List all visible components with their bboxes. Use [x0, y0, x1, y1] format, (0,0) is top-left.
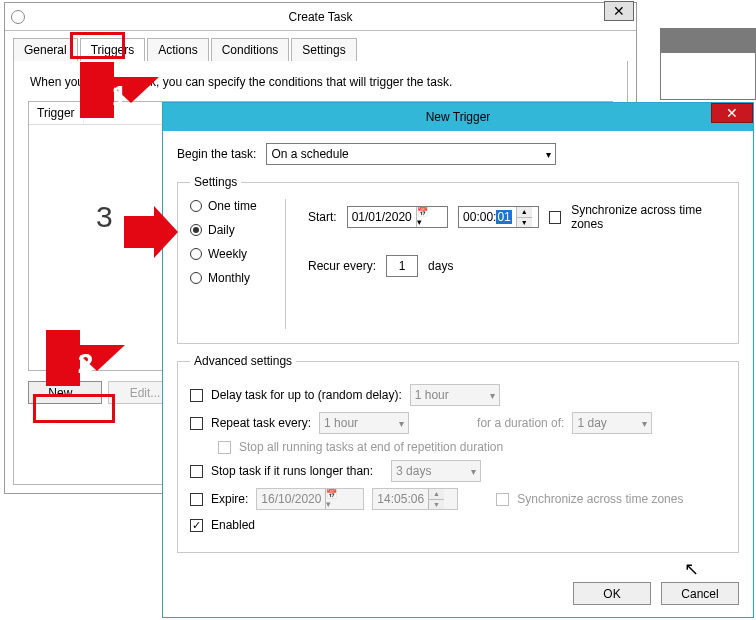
- chevron-down-icon: ▾: [484, 390, 495, 401]
- repeat-checkbox[interactable]: [190, 417, 203, 430]
- tab-conditions[interactable]: Conditions: [211, 38, 290, 62]
- calendar-icon: 📅▾: [325, 489, 341, 509]
- expire-date-input: 16/10/2020📅▾: [256, 488, 364, 510]
- duration-label: for a duration of:: [477, 416, 564, 430]
- annotation-arrow-1: 1: [80, 62, 159, 118]
- chevron-down-icon: ▾: [465, 466, 476, 477]
- stop-all-checkbox: [218, 441, 231, 454]
- start-date-input[interactable]: 01/01/2020 📅▾: [347, 206, 448, 228]
- annotation-arrow-3: [124, 216, 178, 258]
- recur-label: Recur every:: [308, 259, 376, 273]
- settings-legend: Settings: [190, 175, 241, 189]
- create-task-title: Create Task: [5, 10, 636, 24]
- stop-long-label: Stop task if it runs longer than:: [211, 464, 373, 478]
- create-task-titlebar: Create Task ✕: [5, 3, 636, 31]
- calendar-icon[interactable]: 📅▾: [416, 207, 432, 227]
- close-button[interactable]: ✕: [604, 1, 634, 21]
- new-trigger-titlebar: New Trigger ✕: [163, 103, 753, 131]
- stop-all-label: Stop all running tasks at end of repetit…: [239, 440, 503, 454]
- new-trigger-title: New Trigger: [163, 110, 753, 124]
- advanced-group: Advanced settings Delay task for up to (…: [177, 354, 739, 553]
- tab-settings[interactable]: Settings: [291, 38, 356, 62]
- close-button[interactable]: ✕: [711, 103, 753, 123]
- expire-label: Expire:: [211, 492, 248, 506]
- settings-group: Settings One time Daily Weekly Monthly S…: [177, 175, 739, 344]
- frequency-radios: One time Daily Weekly Monthly: [190, 199, 286, 329]
- advanced-legend: Advanced settings: [190, 354, 296, 368]
- background-panel: [660, 28, 756, 100]
- col-trigger[interactable]: Trigger: [29, 102, 84, 124]
- sync2-checkbox: [496, 493, 509, 506]
- radio-daily[interactable]: Daily: [190, 223, 279, 237]
- begin-task-select[interactable]: On a schedule ▾: [266, 143, 556, 165]
- tab-triggers[interactable]: Triggers: [80, 38, 146, 62]
- ok-button[interactable]: OK: [573, 582, 651, 605]
- duration-select: 1 day▾: [572, 412, 652, 434]
- new-trigger-body: Begin the task: On a schedule ▾ Settings…: [177, 143, 739, 605]
- chevron-down-icon: ▾: [540, 149, 551, 160]
- chevron-down-icon: ▾: [636, 418, 647, 429]
- new-trigger-dialog: New Trigger ✕ Begin the task: On a sched…: [162, 102, 754, 618]
- daily-settings: Start: 01/01/2020 📅▾ 00:00:01 ▲▼ Synchro…: [308, 203, 726, 277]
- chevron-down-icon: ▾: [393, 418, 404, 429]
- delay-select: 1 hour▾: [410, 384, 500, 406]
- cancel-button[interactable]: Cancel: [661, 582, 739, 605]
- stop-long-checkbox[interactable]: [190, 465, 203, 478]
- radio-one-time[interactable]: One time: [190, 199, 279, 213]
- radio-monthly[interactable]: Monthly: [190, 271, 279, 285]
- start-time-input[interactable]: 00:00:01 ▲▼: [458, 206, 539, 228]
- spinner-icon: ▲▼: [428, 489, 444, 509]
- spinner-icon[interactable]: ▲▼: [516, 207, 532, 227]
- dialog-buttons: OK Cancel: [573, 582, 739, 605]
- radio-weekly[interactable]: Weekly: [190, 247, 279, 261]
- annotation-number-3: 3: [96, 200, 113, 234]
- annotation-arrow-2: 2: [46, 330, 125, 386]
- begin-task-label: Begin the task:: [177, 147, 256, 161]
- expire-checkbox[interactable]: [190, 493, 203, 506]
- recur-input[interactable]: 1: [386, 255, 418, 277]
- enabled-label: Enabled: [211, 518, 255, 532]
- start-label: Start:: [308, 210, 337, 224]
- sync2-label: Synchronize across time zones: [517, 492, 683, 506]
- tab-actions[interactable]: Actions: [147, 38, 208, 62]
- enabled-checkbox[interactable]: [190, 519, 203, 532]
- delay-label: Delay task for up to (random delay):: [211, 388, 402, 402]
- mouse-cursor-icon: ↖: [684, 558, 699, 580]
- begin-task-value: On a schedule: [271, 147, 348, 161]
- sync-timezones-checkbox[interactable]: [549, 211, 561, 224]
- tab-general[interactable]: General: [13, 38, 78, 62]
- repeat-select: 1 hour▾: [319, 412, 409, 434]
- stop-long-select: 3 days▾: [391, 460, 481, 482]
- expire-time-input: 14:05:06▲▼: [372, 488, 458, 510]
- sync-timezones-label: Synchronize across time zones: [571, 203, 726, 231]
- repeat-label: Repeat task every:: [211, 416, 311, 430]
- delay-checkbox[interactable]: [190, 389, 203, 402]
- tab-strip: General Triggers Actions Conditions Sett…: [13, 37, 628, 62]
- recur-unit: days: [428, 259, 453, 273]
- task-scheduler-icon: [11, 10, 25, 24]
